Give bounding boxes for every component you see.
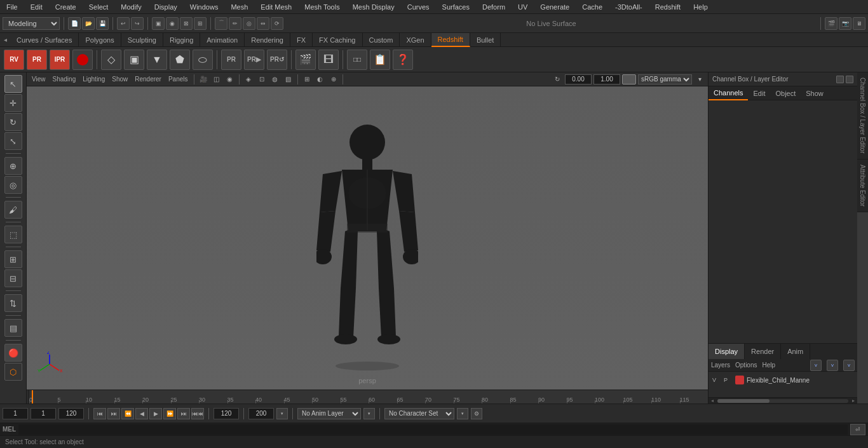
menu-mesh[interactable]: Mesh bbox=[228, 2, 250, 12]
shelf-icon-pr2[interactable]: PR bbox=[221, 50, 241, 70]
paint-tool-button[interactable]: 🖌 bbox=[4, 201, 22, 219]
shelf-icon-list[interactable]: 📋 bbox=[370, 50, 390, 70]
shelf-icon-grid[interactable]: □□ bbox=[347, 50, 367, 70]
menu-windows[interactable]: Windows bbox=[187, 2, 221, 12]
shelf-tab-fx[interactable]: FX bbox=[290, 33, 313, 47]
layer-color-swatch[interactable] bbox=[735, 376, 744, 384]
channel-box-side-tab[interactable]: Channel Box / Layer Editor bbox=[857, 72, 868, 160]
smooth-icon[interactable]: ◍ bbox=[269, 74, 281, 85]
channel-box-close-button[interactable] bbox=[846, 76, 853, 83]
shelf-tab-animation[interactable]: Animation bbox=[200, 33, 245, 47]
menu-cache[interactable]: Cache bbox=[580, 2, 605, 12]
range-start-input[interactable] bbox=[31, 408, 56, 419]
shelf-icon-pr-forward[interactable]: PR▶ bbox=[244, 50, 264, 70]
menu-curves[interactable]: Curves bbox=[405, 2, 432, 12]
up-down-button[interactable]: ⇅ bbox=[4, 294, 22, 312]
char-set-options[interactable]: ▾ bbox=[457, 408, 468, 419]
rotation-input[interactable] bbox=[565, 74, 592, 85]
universal-manip-button[interactable]: ⊕ bbox=[4, 157, 22, 175]
layer-tab-anim[interactable]: Anim bbox=[781, 344, 810, 359]
workspace-selector[interactable]: Modeling Animation Rigging bbox=[3, 17, 60, 30]
viewport-show-menu[interactable]: Show bbox=[109, 75, 130, 83]
shelf-icon-ipr[interactable]: IPR bbox=[50, 50, 70, 70]
menu-mesh-display[interactable]: Mesh Display bbox=[350, 2, 397, 12]
shelf-icon-triangle[interactable]: ▼ bbox=[147, 50, 167, 70]
move-tool-button[interactable]: ✛ bbox=[4, 94, 22, 112]
display-layer-button[interactable]: ▤ bbox=[4, 319, 22, 337]
viewport-icon-2[interactable]: ◉ bbox=[224, 74, 236, 85]
shelf-icon-film1[interactable]: 🎬 bbox=[295, 50, 316, 70]
scroll-track[interactable] bbox=[717, 399, 848, 403]
symmetry-button[interactable]: ⇔ bbox=[257, 17, 269, 30]
select-by-object-button[interactable]: ◉ bbox=[166, 17, 179, 30]
menu-generate[interactable]: Generate bbox=[538, 2, 572, 12]
play-forward-button[interactable]: ▶ bbox=[149, 408, 162, 419]
current-frame-input[interactable] bbox=[3, 408, 28, 419]
step-forward-button[interactable]: ⏭ bbox=[177, 408, 190, 419]
menu-modify[interactable]: Modify bbox=[118, 2, 144, 12]
menu-surfaces[interactable]: Surfaces bbox=[440, 2, 472, 12]
shelf-tab-curves-surfaces[interactable]: Curves / Surfaces bbox=[10, 33, 79, 47]
shelf-arrow-icon[interactable]: ◂ bbox=[0, 33, 10, 47]
color-options-icon[interactable]: ▾ bbox=[694, 74, 705, 85]
ao-icon[interactable]: ⊕ bbox=[328, 74, 339, 85]
bottom-icon-button[interactable]: ⬡ bbox=[4, 363, 22, 381]
shelf-tab-xgen[interactable]: XGen bbox=[400, 33, 431, 47]
shelf-icon-square[interactable]: ▣ bbox=[124, 50, 144, 70]
cb-tab-object[interactable]: Object bbox=[770, 86, 801, 100]
select-by-component-button[interactable]: ⊠ bbox=[180, 17, 193, 30]
shelf-tab-custom[interactable]: Custom bbox=[363, 33, 400, 47]
viewport-icon-1[interactable]: ◫ bbox=[211, 74, 222, 85]
marquee-select-button[interactable]: ⬚ bbox=[4, 226, 22, 243]
anim-layer-selector[interactable]: No Anim Layer bbox=[297, 408, 361, 419]
paint-button[interactable]: ✏ bbox=[229, 17, 241, 30]
viewport-renderer-menu[interactable]: Renderer bbox=[132, 75, 164, 83]
channel-box-pin-button[interactable] bbox=[836, 76, 844, 83]
show-batch-button[interactable]: 🖥 bbox=[853, 17, 865, 30]
viewport-lighting-menu[interactable]: Lighting bbox=[80, 75, 107, 83]
layer-tab-render[interactable]: Render bbox=[745, 344, 781, 359]
save-scene-button[interactable]: 💾 bbox=[96, 17, 109, 30]
wireframe-icon[interactable]: ⊡ bbox=[256, 74, 268, 85]
layer-vis-invert-button[interactable]: v bbox=[843, 360, 855, 371]
shelf-tab-rendering[interactable]: Rendering bbox=[245, 33, 290, 47]
new-scene-button[interactable]: 📄 bbox=[68, 17, 81, 30]
play-back-button[interactable]: ◀ bbox=[135, 408, 148, 419]
shelf-icon-hex[interactable]: ⬟ bbox=[170, 50, 190, 70]
shelf-tab-fx-caching[interactable]: FX Caching bbox=[313, 33, 362, 47]
shelf-icon-red-dot[interactable] bbox=[72, 50, 93, 70]
show-hide-button2[interactable]: ⊟ bbox=[4, 269, 22, 287]
anim-layer-options[interactable]: ▾ bbox=[363, 408, 375, 419]
layer-vis-none-button[interactable]: v bbox=[827, 360, 838, 371]
menu-redshift[interactable]: Redshift bbox=[653, 2, 683, 12]
isolate-icon[interactable]: ↻ bbox=[552, 74, 563, 85]
mel-execute-button[interactable]: ⏎ bbox=[850, 424, 865, 435]
character-set-selector[interactable]: No Character Set bbox=[384, 408, 454, 419]
shelf-icon-pr-cycle[interactable]: PR↺ bbox=[267, 50, 287, 70]
soft-select-tool-button[interactable]: ◎ bbox=[4, 176, 22, 194]
shelf-tab-sculpting[interactable]: Sculpting bbox=[121, 33, 163, 47]
scroll-thumb[interactable] bbox=[717, 399, 770, 403]
shelf-tab-rigging[interactable]: Rigging bbox=[163, 33, 200, 47]
go-to-end-button[interactable]: ⏮⏮ bbox=[191, 408, 204, 419]
prev-frame-button[interactable]: ⏪ bbox=[121, 408, 134, 419]
shelf-icon-help[interactable]: ❓ bbox=[393, 50, 413, 70]
playback-end-input[interactable] bbox=[214, 408, 239, 419]
scroll-right-arrow[interactable]: ▸ bbox=[850, 398, 857, 404]
timeline-ruler[interactable]: 0510152025303540455055606570758085909510… bbox=[29, 390, 708, 404]
shelf-tab-bullet[interactable]: Bullet bbox=[470, 33, 501, 47]
range-end-input[interactable] bbox=[58, 408, 84, 419]
color-space-selector[interactable]: sRGB gamma Linear bbox=[638, 74, 692, 85]
scale-input[interactable] bbox=[593, 74, 620, 85]
ipr-button[interactable]: 📷 bbox=[839, 17, 851, 30]
select-by-hierarchy-button[interactable]: ▣ bbox=[152, 17, 165, 30]
scroll-left-arrow[interactable]: ◂ bbox=[709, 398, 716, 404]
menu-3dtoall[interactable]: -3DtoAll- bbox=[613, 2, 645, 12]
menu-create[interactable]: Create bbox=[53, 2, 79, 12]
open-scene-button[interactable]: 📂 bbox=[82, 17, 95, 30]
layers-menu[interactable]: Layers bbox=[711, 362, 730, 369]
viewport-3d[interactable]: persp X Y Z bbox=[27, 86, 708, 390]
layer-visibility-toggle[interactable]: V bbox=[712, 377, 721, 383]
menu-edit-mesh[interactable]: Edit Mesh bbox=[258, 2, 294, 12]
layer-help-menu[interactable]: Help bbox=[762, 362, 775, 369]
